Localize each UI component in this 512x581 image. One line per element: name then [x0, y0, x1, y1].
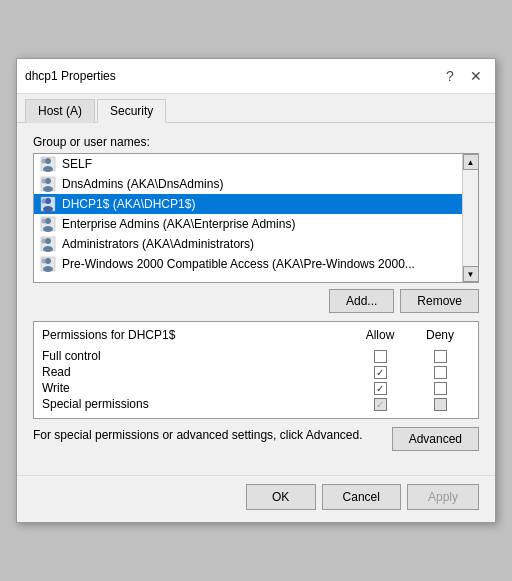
- tab-host-a[interactable]: Host (A): [25, 99, 95, 123]
- dialog-title: dhcp1 Properties: [25, 69, 116, 83]
- perm-name: Write: [42, 381, 350, 395]
- perm-deny-write[interactable]: [410, 382, 470, 395]
- svg-point-11: [42, 199, 47, 204]
- permissions-header: Permissions for DHCP1$ Allow Deny: [42, 328, 470, 344]
- allow-checkbox-special: ✓: [374, 398, 387, 411]
- title-bar-left: dhcp1 Properties: [25, 69, 116, 83]
- deny-checkbox-special: [434, 398, 447, 411]
- svg-point-19: [42, 239, 47, 244]
- dialog-footer: OK Cancel Apply: [17, 475, 495, 522]
- allow-checkbox-full-control[interactable]: [374, 350, 387, 363]
- perm-allow-write[interactable]: ✓: [350, 382, 410, 395]
- svg-point-18: [43, 246, 53, 252]
- title-bar: dhcp1 Properties ? ✕: [17, 59, 495, 94]
- dialog-window: dhcp1 Properties ? ✕ Host (A) Security G…: [16, 58, 496, 523]
- deny-col-header: Deny: [410, 328, 470, 342]
- permission-row-write: Write ✓: [42, 380, 470, 396]
- svg-point-2: [43, 166, 53, 172]
- perm-name: Special permissions: [42, 397, 350, 411]
- add-button[interactable]: Add...: [329, 289, 394, 313]
- close-button[interactable]: ✕: [465, 65, 487, 87]
- remove-button[interactable]: Remove: [400, 289, 479, 313]
- perm-name: Read: [42, 365, 350, 379]
- ok-button[interactable]: OK: [246, 484, 316, 510]
- apply-button[interactable]: Apply: [407, 484, 479, 510]
- svg-point-15: [42, 219, 47, 224]
- allow-col-header: Allow: [350, 328, 410, 342]
- advanced-section: For special permissions or advanced sett…: [33, 427, 479, 451]
- list-item[interactable]: Administrators (AKA\Administrators): [34, 234, 462, 254]
- perm-allow-full-control[interactable]: [350, 350, 410, 363]
- user-icon: [40, 216, 56, 232]
- list-action-buttons: Add... Remove: [33, 289, 479, 313]
- scroll-track: [463, 170, 478, 266]
- user-icon: [40, 156, 56, 172]
- list-item-selected[interactable]: DHCP1$ (AKA\DHCP1$): [34, 194, 462, 214]
- permission-row-special: Special permissions ✓: [42, 396, 470, 412]
- svg-point-10: [43, 206, 53, 212]
- list-item[interactable]: Enterprise Admins (AKA\Enterprise Admins…: [34, 214, 462, 234]
- user-icon: [40, 236, 56, 252]
- list-item[interactable]: DnsAdmins (AKA\DnsAdmins): [34, 174, 462, 194]
- perm-deny-special: [410, 398, 470, 411]
- perm-allow-read[interactable]: ✓: [350, 366, 410, 379]
- scroll-up-arrow[interactable]: ▲: [463, 154, 479, 170]
- scrollbar[interactable]: ▲ ▼: [462, 154, 478, 282]
- deny-checkbox-write[interactable]: [434, 382, 447, 395]
- user-list-container: SELF DnsAdmins (AKA\DnsAdmins): [33, 153, 479, 283]
- permissions-label: Permissions for DHCP1$: [42, 328, 350, 342]
- list-item[interactable]: Pre-Windows 2000 Compatible Access (AKA\…: [34, 254, 462, 274]
- svg-point-22: [43, 266, 53, 272]
- svg-point-3: [42, 159, 47, 164]
- allow-checkbox-read[interactable]: ✓: [374, 366, 387, 379]
- user-icon: [40, 196, 56, 212]
- advanced-button[interactable]: Advanced: [392, 427, 479, 451]
- help-button[interactable]: ?: [439, 65, 461, 87]
- user-icon: [40, 256, 56, 272]
- list-item[interactable]: SELF: [34, 154, 462, 174]
- scroll-down-arrow[interactable]: ▼: [463, 266, 479, 282]
- svg-point-23: [42, 259, 47, 264]
- tab-bar: Host (A) Security: [17, 94, 495, 123]
- perm-deny-full-control[interactable]: [410, 350, 470, 363]
- svg-point-7: [42, 179, 47, 184]
- perm-deny-read[interactable]: [410, 366, 470, 379]
- group-label: Group or user names:: [33, 135, 479, 149]
- allow-checkbox-write[interactable]: ✓: [374, 382, 387, 395]
- user-icon: [40, 176, 56, 192]
- cancel-button[interactable]: Cancel: [322, 484, 401, 510]
- tab-content: Group or user names: SELF: [17, 123, 495, 475]
- title-bar-controls: ? ✕: [439, 65, 487, 87]
- tab-security[interactable]: Security: [97, 99, 166, 123]
- permissions-section: Permissions for DHCP1$ Allow Deny Full c…: [33, 321, 479, 419]
- deny-checkbox-full-control[interactable]: [434, 350, 447, 363]
- advanced-text: For special permissions or advanced sett…: [33, 427, 384, 444]
- user-list: SELF DnsAdmins (AKA\DnsAdmins): [34, 154, 462, 282]
- permission-row-read: Read ✓: [42, 364, 470, 380]
- perm-name: Full control: [42, 349, 350, 363]
- permission-row-full-control: Full control: [42, 348, 470, 364]
- svg-point-6: [43, 186, 53, 192]
- perm-allow-special: ✓: [350, 398, 410, 411]
- deny-checkbox-read[interactable]: [434, 366, 447, 379]
- svg-point-14: [43, 226, 53, 232]
